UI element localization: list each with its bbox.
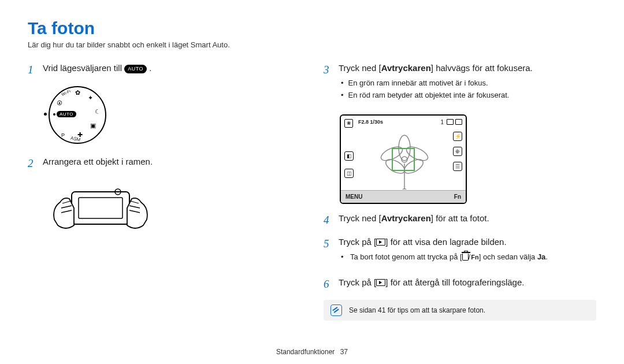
- step-number: 1: [28, 62, 43, 78]
- dial-mode-icon: ✦: [88, 94, 93, 102]
- step-number: 4: [324, 212, 339, 228]
- screen-shot-count: 1: [440, 119, 445, 125]
- screen-left-icon: ◫: [344, 169, 354, 178]
- step-4: 4 Tryck ned [Avtryckaren] för att ta fot…: [324, 212, 596, 228]
- dial-pointer-icon: [44, 113, 47, 116]
- auto-badge-icon: AUTO: [124, 65, 147, 73]
- dial-auto-label: AUTO: [57, 111, 76, 117]
- page-footer: Standardfunktioner 37: [0, 348, 624, 356]
- step-1-text-post: .: [149, 63, 151, 73]
- step-3-bullet-green: En grön ram innebär att motivet är i fok…: [341, 78, 596, 88]
- screen-setting-icon: ☰: [453, 162, 462, 171]
- screen-fn-label: Fn: [454, 194, 461, 200]
- dial-mode-icon: ▣: [90, 122, 96, 129]
- focus-frame-icon: [392, 148, 415, 171]
- step-number: 6: [324, 276, 339, 292]
- footer-page-number: 37: [340, 348, 348, 356]
- step-5-bullet: Ta bort fotot genom att trycka på [/Fn] …: [341, 252, 596, 262]
- page-title: Ta foton: [28, 18, 596, 38]
- shutter-label: Avtryckaren: [381, 213, 431, 223]
- step-3-text-post: ] halvvägs för att fokusera.: [431, 63, 533, 73]
- step-5-text-post: ] för att visa den lagrade bilden.: [385, 237, 506, 247]
- svg-rect-0: [72, 192, 129, 224]
- step-5: 5 Tryck på [] för att visa den lagrade b…: [324, 236, 596, 268]
- step-6-text-pre: Tryck på [: [339, 277, 376, 287]
- dial-mode-icon: ⦿: [57, 100, 62, 106]
- step-number: 2: [28, 155, 43, 172]
- playback-icon: [376, 279, 385, 286]
- tip-text: Se sidan 41 för tips om att ta skarpare …: [349, 306, 485, 314]
- step-number: 3: [324, 62, 339, 106]
- page-subtitle: Lär dig hur du tar bilder snabbt och enk…: [28, 40, 596, 49]
- step-4-text-post: ] för att ta fotot.: [431, 213, 489, 223]
- screen-left-icon: ◧: [344, 151, 354, 161]
- screen-flash-icon: ⚡: [453, 132, 462, 141]
- svg-rect-1: [79, 198, 122, 218]
- step-number: 5: [324, 236, 339, 268]
- camera-screen-illustration: ❀ F2.8 1/30s 1 ⚡ ⊕ ☰ ◧ ◫: [340, 114, 467, 204]
- screen-card-icon: [447, 119, 454, 125]
- tip-box: Se sidan 41 för tips om att ta skarpare …: [324, 300, 596, 321]
- step-3-bullet-red: En röd ram betyder att objektet inte är …: [341, 90, 596, 101]
- step-1-text-pre: Vrid lägesväljaren till: [43, 63, 124, 73]
- left-column: 1 Vrid lägesväljaren till AUTO . AUTO Wi…: [28, 62, 300, 321]
- step-6: 6 Tryck på [] för att återgå till fotogr…: [324, 276, 596, 292]
- dial-mode-icon: ✚: [77, 131, 83, 139]
- trash-icon: [462, 254, 469, 261]
- step-2: 2 Arrangera ett objekt i ramen.: [28, 155, 300, 172]
- footer-section: Standardfunktioner: [276, 348, 335, 356]
- step-4-text-pre: Tryck ned [: [339, 213, 381, 223]
- step-3-text-pre: Tryck ned [: [339, 63, 381, 73]
- holding-camera-illustration: [49, 179, 153, 237]
- dial-mode-icon: P: [61, 132, 65, 138]
- playback-icon: [376, 239, 385, 246]
- dial-mode-icon: ☾: [95, 108, 101, 116]
- mode-dial-illustration: AUTO Wi-Fi ASM ✿ ✦ ☾ ▣ ✚ P ⦿: [49, 86, 112, 144]
- step-1: 1 Vrid lägesväljaren till AUTO .: [28, 62, 300, 78]
- screen-exposure-readout: F2.8 1/30s: [358, 119, 383, 125]
- step-5-text-pre: Tryck på [: [339, 237, 376, 247]
- note-icon: [330, 304, 342, 316]
- screen-zoom-icon: ⊕: [453, 147, 462, 156]
- screen-battery-icon: [455, 119, 462, 125]
- screen-menu-label: MENU: [346, 194, 362, 200]
- shutter-label: Avtryckaren: [381, 63, 431, 73]
- dial-mode-icon: ✿: [75, 89, 80, 96]
- right-column: 3 Tryck ned [Avtryckaren] halvvägs för a…: [324, 62, 596, 321]
- screen-macro-icon: ❀: [344, 119, 353, 128]
- fn-button-label: Fn: [471, 253, 478, 262]
- step-2-text: Arrangera ett objekt i ramen.: [43, 155, 300, 172]
- step-6-text-post: ] för att återgå till fotograferingsläge…: [385, 277, 524, 287]
- step-3: 3 Tryck ned [Avtryckaren] halvvägs för a…: [324, 62, 596, 106]
